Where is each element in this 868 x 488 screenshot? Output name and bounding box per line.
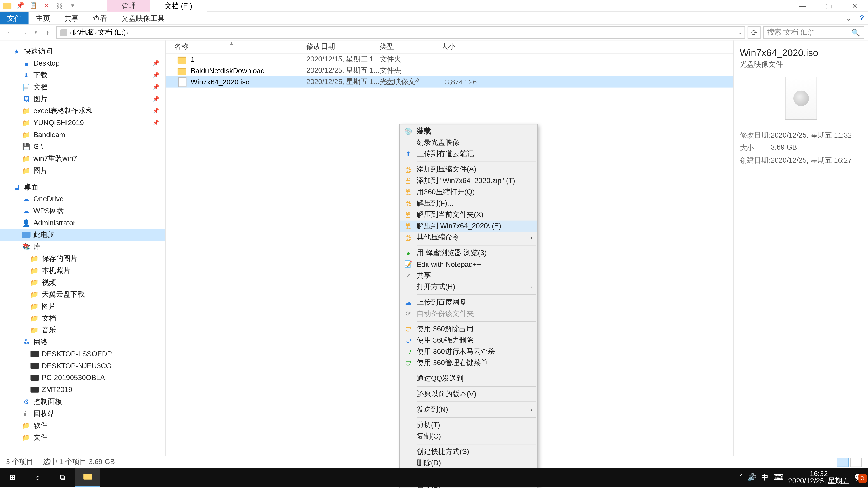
ctx-youdao[interactable]: ⬆上传到有道云笔记: [400, 149, 537, 160]
ctx-baidu[interactable]: ☁上传到百度网盘: [400, 297, 537, 308]
nav-downloads[interactable]: ⬇下载📌: [0, 69, 165, 81]
ctx-extract-to[interactable]: 🗜解压到(F)...: [400, 198, 537, 209]
nav-wps[interactable]: ☁WPS网盘: [0, 205, 165, 217]
nav-desktop-root[interactable]: 🖥桌面: [0, 181, 165, 193]
nav-up-button[interactable]: ↑: [42, 26, 54, 38]
ctx-restore[interactable]: 还原以前的版本(V): [400, 388, 537, 400]
nav-documents[interactable]: 📄文档📌: [0, 81, 165, 93]
tray-notifications-icon[interactable]: 💬3: [854, 473, 863, 482]
nav-skydrive[interactable]: 📁天翼云盘下载: [0, 288, 165, 300]
nav-pictures3[interactable]: 📁图片: [0, 300, 165, 312]
tray-clock[interactable]: 16:32 2020/12/25, 星期五: [788, 470, 849, 484]
nav-gdrive[interactable]: 💾G:\: [0, 140, 165, 153]
ctx-mount[interactable]: 💿装载: [400, 126, 537, 137]
ribbon-tab-share[interactable]: 共享: [57, 12, 86, 24]
chevron-down-icon[interactable]: ⌄: [738, 30, 742, 35]
ribbon-tab-file[interactable]: 文件: [0, 12, 29, 24]
tray-chevron-up-icon[interactable]: ˄: [739, 473, 743, 482]
tray-keyboard-icon[interactable]: ⌨: [773, 473, 783, 482]
nav-bandicam[interactable]: 📁Bandicam: [0, 129, 165, 141]
search-input[interactable]: 搜索"文档 (E:)" 🔍: [763, 26, 864, 39]
nav-win7[interactable]: 📁win7重装win7: [0, 153, 165, 164]
nav-documents2[interactable]: 📁文档: [0, 312, 165, 324]
nav-excel[interactable]: 📁excel表格制作求和📌: [0, 105, 165, 117]
chevron-right-icon[interactable]: ›: [95, 30, 97, 35]
ctx-360-manage[interactable]: 🛡使用 360管理右键菜单: [400, 357, 537, 369]
nav-music[interactable]: 📁音乐: [0, 324, 165, 336]
ctx-shortcut[interactable]: 创建快捷方式(S): [400, 446, 537, 457]
view-details-button[interactable]: [837, 457, 849, 467]
minimize-button[interactable]: —: [789, 0, 815, 12]
ctx-sendto[interactable]: 发送到(N)›: [400, 404, 537, 415]
ctx-openwith[interactable]: 打开方式(H)›: [400, 281, 537, 293]
column-type[interactable]: 类型: [380, 42, 441, 52]
nav-onedrive[interactable]: ☁OneDrive: [0, 193, 165, 205]
checklist-icon[interactable]: 📋: [29, 1, 38, 10]
nav-admin[interactable]: 👤Administrator: [0, 217, 165, 229]
nav-forward-button[interactable]: →: [18, 26, 30, 38]
maximize-button[interactable]: ▢: [815, 0, 842, 12]
tray-ime[interactable]: 中: [761, 472, 769, 482]
nav-back-button[interactable]: ←: [4, 26, 16, 38]
ctx-zip-named[interactable]: 🗜添加到 "Win7x64_2020.zip" (T): [400, 175, 537, 186]
ctx-copy[interactable]: 复制(C): [400, 431, 537, 442]
breadcrumb[interactable]: › 此电脑 › 文档 (E:) › ⌄: [56, 26, 745, 39]
ctx-extract-named[interactable]: 🗜解压到 Win7x64_2020\ (E): [400, 221, 537, 232]
dropdown-icon[interactable]: ▾: [68, 1, 78, 10]
close-doc-icon[interactable]: ✕: [42, 1, 51, 10]
nav-network-pc1[interactable]: DESKTOP-LSSOEDP: [0, 348, 165, 360]
file-row[interactable]: BaiduNetdiskDownload 2020/12/25, 星期五 1..…: [166, 65, 733, 76]
ctx-360-unlock[interactable]: 🛡使用 360解除占用: [400, 324, 537, 335]
column-name[interactable]: 名称: [172, 42, 306, 52]
chain-icon[interactable]: ⛓: [55, 1, 64, 10]
chevron-right-icon[interactable]: ›: [70, 30, 71, 35]
nav-thispc[interactable]: 此电脑: [0, 229, 165, 241]
refresh-button[interactable]: ⟳: [747, 26, 761, 39]
explorer-task-button[interactable]: [75, 468, 100, 487]
nav-network-pc3[interactable]: PC-20190530OBLA: [0, 372, 165, 384]
close-button[interactable]: ✕: [842, 0, 868, 12]
ctx-other-zip[interactable]: 🗜其他压缩命令›: [400, 232, 537, 243]
start-button[interactable]: ⊞: [0, 468, 25, 487]
ctx-extract-here[interactable]: 🗜解压到当前文件夹(X): [400, 209, 537, 221]
ribbon-tab-isotools[interactable]: 光盘映像工具: [114, 12, 172, 24]
ctx-open360[interactable]: 🗜用360压缩打开(Q): [400, 186, 537, 198]
file-row[interactable]: 1 2020/12/15, 星期二 1... 文件夹: [166, 54, 733, 65]
ctx-delete[interactable]: 删除(D): [400, 457, 537, 469]
contextual-tab-manage[interactable]: 管理: [107, 0, 150, 12]
nav-saved-pictures[interactable]: 📁保存的图片: [0, 253, 165, 265]
nav-libraries[interactable]: 📚库: [0, 240, 165, 253]
nav-yunqishi[interactable]: 📁YUNQISHI2019📌: [0, 117, 165, 129]
nav-network-pc2[interactable]: DESKTOP-NJEU3CG: [0, 360, 165, 372]
ctx-notepad[interactable]: 📝Edit with Notepad++: [400, 258, 537, 270]
ribbon-tab-view[interactable]: 查看: [86, 12, 115, 24]
ctx-360-delete[interactable]: 🛡使用 360强力删除: [400, 335, 537, 346]
chevron-right-icon[interactable]: ›: [127, 30, 129, 35]
taskview-button[interactable]: ⧉: [50, 468, 75, 487]
ctx-share[interactable]: ↗共享: [400, 270, 537, 281]
search-button[interactable]: ⌕: [25, 468, 50, 487]
breadcrumb-doc[interactable]: 文档 (E:): [98, 27, 126, 37]
ctx-360-scan[interactable]: 🛡使用 360进行木马云查杀: [400, 346, 537, 357]
nav-quick-access[interactable]: ★快速访问: [0, 45, 165, 57]
nav-network[interactable]: 🖧网络: [0, 336, 165, 348]
tray-volume-icon[interactable]: 🔊: [747, 473, 756, 482]
ctx-burn[interactable]: 刻录光盘映像: [400, 137, 537, 149]
ribbon-expand-button[interactable]: ⌄: [842, 12, 856, 24]
nav-pictures2[interactable]: 📁图片: [0, 164, 165, 176]
help-button[interactable]: ?: [856, 12, 868, 24]
nav-desktop[interactable]: 🖥Desktop📌: [0, 57, 165, 69]
column-date[interactable]: 修改日期: [306, 42, 379, 52]
nav-control-panel[interactable]: ⚙控制面板: [0, 396, 165, 408]
nav-pictures[interactable]: 🖼图片📌: [0, 93, 165, 105]
ctx-browser[interactable]: ●用 蜂蜜浏览器 浏览(3): [400, 247, 537, 258]
ctx-zip-add[interactable]: 🗜添加到压缩文件(A)...: [400, 164, 537, 175]
nav-software[interactable]: 📁软件: [0, 419, 165, 431]
ctx-qq[interactable]: 通过QQ发送到: [400, 373, 537, 384]
nav-local-pictures[interactable]: 📁本机照片: [0, 265, 165, 276]
nav-video[interactable]: 📁视频: [0, 276, 165, 289]
nav-history-dropdown[interactable]: ▾: [32, 26, 39, 38]
pin-icon[interactable]: 📌: [16, 1, 25, 10]
column-size[interactable]: 大小: [441, 42, 489, 52]
view-thumbnails-button[interactable]: [850, 457, 862, 467]
